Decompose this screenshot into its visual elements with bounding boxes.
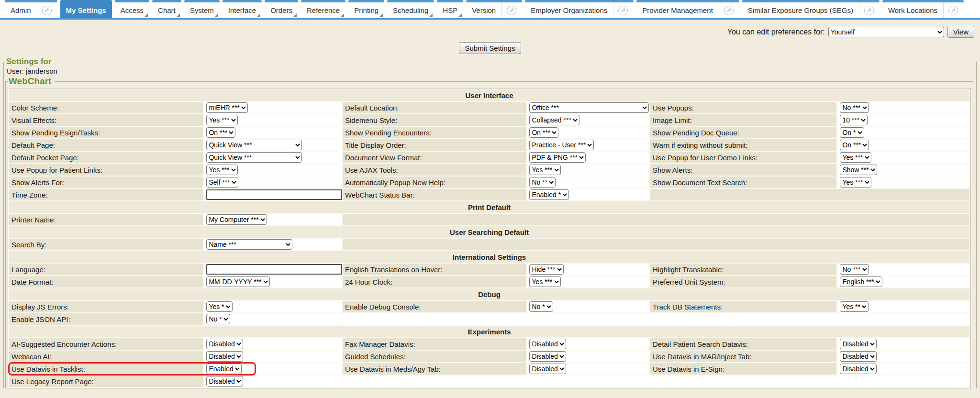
webchart-fieldset: WebChart User InterfaceColor Scheme:miEH… <box>5 76 973 388</box>
tab-label: Printing <box>354 6 379 14</box>
submit-settings-button[interactable]: Submit Settings <box>459 42 521 54</box>
setting-select-show-alerts[interactable]: Show *** <box>840 165 877 175</box>
tab-access[interactable]: Access <box>115 0 149 18</box>
external-link-icon[interactable]: ↗ <box>948 6 958 15</box>
setting-select-use-legacy-report-page[interactable]: Disabled <box>206 376 243 387</box>
setting-select-display-js-errors[interactable]: Yes * <box>206 301 233 312</box>
setting-select-use-datavis-in-e-sign[interactable]: Disabled <box>840 364 877 374</box>
tab-chart[interactable]: Chart <box>152 0 181 18</box>
setting-select-printer-name[interactable]: My Computer *** <box>206 214 267 225</box>
setting-input-time-zone[interactable] <box>206 189 342 200</box>
setting-select-show-pending-doc-queue[interactable]: On * <box>840 127 864 138</box>
setting-select-default-page[interactable]: Quick View *** <box>206 140 302 150</box>
setting-select-default-pocket-page[interactable]: Quick View *** <box>206 152 302 163</box>
setting-label-show-pending-esign-tasks: Show Pending Esign/Tasks: <box>9 127 203 138</box>
setting-select-show-alerts-for[interactable]: Self *** <box>206 177 238 188</box>
filler-cell <box>343 214 969 225</box>
setting-select-24-hour-clock[interactable]: Yes *** <box>529 276 561 287</box>
external-link-icon[interactable]: ↗ <box>618 6 628 15</box>
tab-reference[interactable]: Reference <box>301 0 345 18</box>
settings-table: User InterfaceColor Scheme:miEHR ***Defa… <box>8 88 971 388</box>
setting-label-show-document-text-search: Show Document Text Search: <box>650 177 836 188</box>
setting-select-track-db-statements[interactable]: Yes ** <box>840 301 869 312</box>
section-header-user-searching-default: User Searching Default <box>9 226 969 238</box>
filler-cell <box>343 376 969 387</box>
setting-select-detail-patient-search-datavis[interactable]: Disabled <box>840 339 877 349</box>
edit-preferences-select[interactable]: Yourself <box>828 27 944 37</box>
setting-select-use-ajax-tools[interactable]: Yes *** <box>529 165 561 175</box>
setting-label-use-datavis-in-e-sign: Use Datavis in E-Sign: <box>650 363 836 375</box>
setting-label-title-display-order: Title Display Order: <box>343 139 526 151</box>
setting-label-24-hour-clock: 24 Hour Clock: <box>343 276 526 287</box>
external-link-icon[interactable]: ↗ <box>864 6 874 15</box>
external-link-icon[interactable]: ↗ <box>724 6 734 15</box>
tab-similar-exposure-groups-segs[interactable]: Similar Exposure Groups (SEGs)↗ <box>742 0 880 18</box>
setting-label-default-page: Default Page: <box>9 139 203 151</box>
setting-select-image-limit[interactable]: 10 *** <box>840 115 868 125</box>
setting-select-color-scheme[interactable]: miEHR *** <box>206 102 248 113</box>
setting-select-use-popup-for-patient-links[interactable]: Yes *** <box>206 165 238 175</box>
tab-label: Employer Organizations <box>531 6 607 14</box>
tab-divider <box>37 2 37 18</box>
tab-employer-organizations[interactable]: Employer Organizations↗ <box>525 0 634 18</box>
tab-work-locations[interactable]: Work Locations↗ <box>882 0 964 18</box>
setting-label-use-popup-for-patient-links: Use Popup for Patient Links: <box>9 164 203 176</box>
setting-label-visual-effects: Visual Effects: <box>9 114 203 126</box>
setting-select-document-view-format[interactable]: PDF & PNG *** <box>529 152 586 163</box>
tab-version[interactable]: Version↗ <box>466 0 522 18</box>
tab-printing[interactable]: Printing <box>348 0 384 18</box>
setting-label-fax-manager-datavis: Fax Manager Datavis: <box>343 338 526 350</box>
setting-select-use-datavis-in-meds-agy-tab[interactable]: Disabled <box>529 364 566 374</box>
setting-select-guided-schedules[interactable]: Disabled <box>529 351 566 362</box>
setting-select-default-location[interactable]: Office *** <box>529 102 649 113</box>
setting-select-english-translations-on-hover[interactable]: Hide *** <box>529 264 564 275</box>
setting-select-title-display-order[interactable]: Practice - User *** <box>529 140 594 150</box>
setting-select-automatically-popup-new-help[interactable]: No ** <box>529 177 556 188</box>
setting-select-sidemenu-style[interactable]: Collapsed *** <box>529 115 579 125</box>
tab-divider <box>719 2 719 18</box>
setting-select-date-format[interactable]: MM-DD-YYYY *** <box>206 276 270 287</box>
setting-select-enable-debug-console[interactable]: No * <box>529 301 553 312</box>
setting-select-use-datavis-in-mar-inject-tab[interactable]: Disabled <box>840 351 877 362</box>
tab-hsp[interactable]: HSP <box>437 0 463 18</box>
setting-select-warn-if-exiting-without-submit[interactable]: On *** <box>840 140 869 150</box>
setting-label-time-zone: Time Zone: <box>9 189 203 200</box>
filler-cell <box>343 239 969 250</box>
tab-provider-management[interactable]: Provider Management↗ <box>636 0 739 18</box>
setting-select-webscan-ai[interactable]: Disabled <box>206 351 243 362</box>
setting-input-language[interactable] <box>206 264 342 275</box>
setting-select-use-datavis-in-tasklist[interactable]: Enabled <box>206 364 242 374</box>
setting-select-show-pending-encounters[interactable]: On *** <box>529 127 558 138</box>
external-link-icon[interactable]: ↗ <box>42 6 52 15</box>
setting-select-enable-json-api[interactable]: No * <box>206 314 230 324</box>
setting-select-use-popup-for-user-demo-links[interactable]: Yes *** <box>840 152 871 163</box>
tab-orders[interactable]: Orders <box>265 0 298 18</box>
setting-label-use-legacy-report-page: Use Legacy Report Page: <box>9 376 203 387</box>
setting-label-automatically-popup-new-help: Automatically Popup New Help: <box>343 177 526 188</box>
external-link-icon[interactable]: ↗ <box>507 6 516 15</box>
tab-system[interactable]: System <box>184 0 220 18</box>
setting-label-highlight-translatable: Highlight Translatable: <box>650 264 836 275</box>
tab-admin[interactable]: Admin↗ <box>5 0 57 18</box>
tab-scheduling[interactable]: Scheduling <box>387 0 434 18</box>
setting-select-show-document-text-search[interactable]: Yes *** <box>840 177 871 188</box>
setting-label-sidemenu-style: Sidemenu Style: <box>343 114 526 126</box>
setting-select-search-by[interactable]: Name *** <box>206 239 292 250</box>
setting-label-show-alerts: Show Alerts: <box>650 164 836 176</box>
setting-select-highlight-translatable[interactable]: No *** <box>840 264 869 275</box>
setting-select-preferred-unit-system[interactable]: English *** <box>840 276 882 287</box>
setting-select-use-popups[interactable]: No *** <box>840 102 869 113</box>
section-header-international-settings: International Settings <box>9 251 969 263</box>
setting-select-ai-suggested-encounter-actions[interactable]: Disabled <box>206 339 243 349</box>
setting-select-show-pending-esign-tasks[interactable]: On *** <box>206 127 235 138</box>
tab-interface[interactable]: Interface <box>223 0 262 18</box>
webchart-legend: WebChart <box>8 76 55 87</box>
setting-select-fax-manager-datavis[interactable]: Disabled <box>529 339 566 349</box>
table-row: Printer Name:My Computer *** <box>9 214 969 225</box>
tab-divider <box>943 2 944 18</box>
tab-my-settings[interactable]: My Settings <box>60 0 112 18</box>
view-button[interactable]: View <box>947 26 974 38</box>
setting-label-show-pending-doc-queue: Show Pending Doc Queue: <box>650 127 836 138</box>
setting-select-webchart-status-bar[interactable]: Enabled * <box>529 189 569 200</box>
setting-select-visual-effects[interactable]: Yes *** <box>206 115 238 125</box>
